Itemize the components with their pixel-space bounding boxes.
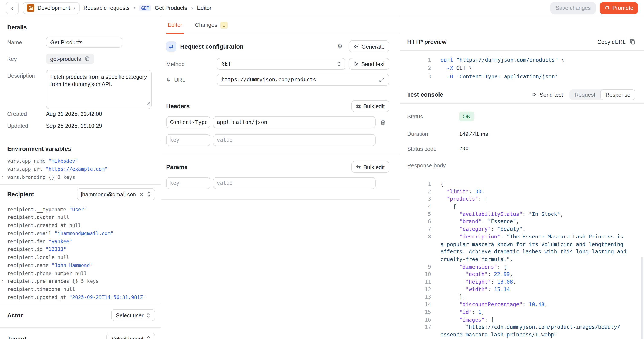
- tab-changes-label: Changes: [195, 22, 217, 28]
- headers-bulk-edit-button[interactable]: ⇆ Bulk edit: [352, 100, 389, 112]
- status-code-row: Status code 200: [407, 146, 636, 152]
- back-chevron-icon: ‹: [11, 5, 14, 11]
- actor-label: Actor: [7, 312, 23, 319]
- curl-code-block[interactable]: 1curl "https://dummyjson.com/products" \…: [400, 51, 644, 86]
- back-button[interactable]: ‹: [6, 2, 19, 14]
- env-variables-list: vars.app_name"mikesdev"vars.app_url"http…: [7, 157, 155, 181]
- tab-editor[interactable]: Editor: [167, 16, 183, 34]
- code-line: 2 -X GET \: [407, 64, 640, 72]
- save-changes-button[interactable]: Save changes: [550, 2, 596, 14]
- tab-changes[interactable]: Changes 1: [194, 16, 229, 34]
- breadcrumb-section[interactable]: Reusable requests: [84, 5, 130, 11]
- status-code-label: Status code: [407, 146, 459, 152]
- response-body-code[interactable]: 1{2 "limit": 30,3 "products": [4 {5 "ava…: [407, 180, 636, 339]
- select-chevrons-icon: [146, 336, 150, 339]
- url-arrow-icon: ↳: [166, 76, 171, 83]
- top-bar: ‹ Development › Reusable requests › GET …: [0, 0, 644, 16]
- line-number: [407, 241, 431, 248]
- header-value-input-empty[interactable]: [213, 134, 376, 146]
- variable-value: "yankee": [48, 238, 72, 244]
- header-key-input[interactable]: [166, 116, 210, 128]
- code-line: 11 "height": 13.08,: [407, 278, 636, 286]
- scrollbar-thumb[interactable]: [642, 257, 643, 339]
- variable-row[interactable]: ›vars.branding{} 0 keys: [7, 173, 155, 181]
- url-input[interactable]: https://dummyjson.com/products: [217, 74, 389, 86]
- recipient-selected-value: jhammond@gmail.com: [81, 191, 136, 198]
- code-text: "https://cdn.dummyjson.com/product-image…: [440, 324, 636, 331]
- actor-select[interactable]: Select user: [111, 310, 155, 321]
- code-text: -X GET \: [440, 64, 640, 72]
- settings-gear-icon[interactable]: ⚙: [337, 43, 343, 50]
- expand-chevron-icon[interactable]: ›: [2, 174, 7, 180]
- status-badge: OK: [459, 112, 474, 122]
- code-line: 13 },: [407, 294, 636, 301]
- variable-value: "12333": [46, 246, 66, 252]
- console-send-test-button[interactable]: Send test: [532, 92, 563, 98]
- line-number: 3: [407, 196, 431, 203]
- variable-key: vars.app_url: [7, 166, 42, 172]
- actor-select-label: Select user: [116, 312, 144, 318]
- code-line: 7 "category": "beauty",: [407, 226, 636, 233]
- duration-label: Duration: [407, 131, 459, 137]
- duration-value: 149.441 ms: [459, 131, 488, 137]
- resize-handle-icon[interactable]: [146, 100, 150, 107]
- breadcrumb-request-name[interactable]: Get Products: [155, 5, 187, 11]
- code-text: cruelty-free formula.",: [440, 256, 636, 264]
- name-input[interactable]: [46, 37, 122, 48]
- code-line: 3 "products": [: [407, 196, 636, 203]
- generate-button[interactable]: Generate: [349, 40, 389, 52]
- code-text: "availabilityStatus": "In Stock",: [440, 210, 636, 218]
- variable-row: vars.app_name"mikesdev": [7, 157, 155, 165]
- param-value-input[interactable]: [213, 177, 376, 189]
- delete-header-icon[interactable]: [380, 119, 386, 125]
- header-value-input[interactable]: [213, 116, 376, 128]
- variable-row[interactable]: ›recipient.preferences{} 5 keys: [7, 277, 155, 285]
- variable-key: recipient.fan: [7, 238, 46, 244]
- expand-icon[interactable]: [379, 77, 384, 82]
- line-number: 5: [407, 210, 431, 218]
- line-number: 10: [407, 271, 431, 278]
- response-toggle[interactable]: Response: [600, 90, 636, 100]
- variable-row: recipient.id"12333": [7, 245, 155, 254]
- code-text: "dimensions": {: [440, 264, 636, 271]
- request-swap-icon: ⇄: [166, 41, 176, 52]
- copy-curl-button[interactable]: Copy cURL: [597, 38, 636, 45]
- header-key-input-empty[interactable]: [166, 134, 210, 146]
- created-value: Aug 31 2025, 22:42:00: [46, 110, 102, 117]
- send-test-button[interactable]: Send test: [349, 58, 389, 70]
- name-label: Name: [7, 37, 46, 46]
- param-key-input[interactable]: [166, 177, 210, 189]
- generate-label: Generate: [362, 43, 384, 50]
- expand-chevron-icon[interactable]: ›: [2, 278, 7, 284]
- created-row: Created Aug 31 2025, 22:42:00: [7, 110, 155, 117]
- line-number: 8: [407, 234, 431, 241]
- tenant-select[interactable]: Select tenant: [106, 333, 155, 339]
- variable-key: vars.app_name: [7, 158, 46, 164]
- clear-recipient-icon[interactable]: ×: [139, 192, 144, 197]
- params-heading: Params: [166, 164, 188, 170]
- tenant-row: Tenant Select tenant: [7, 333, 155, 339]
- variable-value: null: [75, 270, 87, 276]
- code-line: 14 "discountPercentage": 10.48,: [407, 301, 636, 308]
- request-toggle[interactable]: Request: [570, 90, 600, 100]
- test-console-body: Status OK Duration 149.441 ms Status cod…: [400, 104, 644, 339]
- project-switcher[interactable]: Development ›: [22, 2, 80, 14]
- params-bulk-edit-button[interactable]: ⇆ Bulk edit: [352, 161, 389, 173]
- line-number: [407, 256, 431, 264]
- code-text: -H 'Content-Type: application/json': [440, 72, 640, 80]
- test-console-title: Test console: [407, 91, 443, 98]
- line-number: 3: [407, 72, 431, 80]
- method-select[interactable]: GET: [217, 58, 346, 70]
- line-number: 4: [407, 203, 431, 210]
- promote-button[interactable]: Promote: [600, 2, 638, 14]
- variable-key: vars.branding: [7, 174, 46, 180]
- folder-icon: [27, 4, 34, 12]
- copy-key-icon[interactable]: [85, 56, 90, 61]
- name-row: Name: [7, 37, 155, 48]
- recipient-select[interactable]: jhammond@gmail.com ×: [77, 188, 155, 200]
- duration-row: Duration 149.441 ms: [407, 131, 636, 137]
- code-text: a popular mascara known for its volumizi…: [440, 241, 636, 248]
- description-input[interactable]: Fetch products from a specific category …: [46, 70, 152, 109]
- request-response-toggle: Request Response: [570, 90, 636, 100]
- request-config-header: ⇄ Request configuration ⚙ Generate: [166, 40, 389, 52]
